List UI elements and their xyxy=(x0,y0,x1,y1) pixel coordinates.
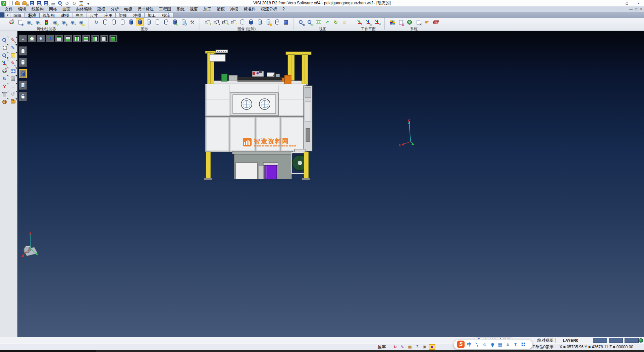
ime-clothes-icon[interactable]: T xyxy=(513,342,518,347)
minimize-button[interactable]: — xyxy=(610,0,621,6)
tab-10[interactable]: 模流 xyxy=(159,13,173,18)
tab-7[interactable]: 塑膜 xyxy=(116,13,130,18)
toolbar-options-icon[interactable]: ▾ xyxy=(85,1,91,6)
filter-traffic-icon[interactable] xyxy=(42,18,50,26)
ime-voice-icon[interactable] xyxy=(490,343,495,346)
attribute-copy-icon[interactable]: ◉ xyxy=(16,18,24,26)
tab-5[interactable]: 尺寸 xyxy=(87,13,101,18)
shade-cube-icon[interactable] xyxy=(9,75,17,82)
fit-view-icon[interactable] xyxy=(28,35,36,42)
hidden-line-mode-icon[interactable] xyxy=(110,18,118,26)
close-button[interactable]: × xyxy=(633,0,644,6)
workplane-face-icon[interactable]: ▭ xyxy=(364,18,372,26)
help-icon[interactable]: ? xyxy=(1,83,8,90)
grid-settings-icon[interactable] xyxy=(432,18,440,26)
save-as-icon[interactable]: ✎ xyxy=(36,1,42,6)
menu-item-10[interactable]: 工程图 xyxy=(156,6,174,12)
shaded-edges-mode-icon[interactable] xyxy=(136,18,144,26)
hide-all-icon[interactable]: ◉▬ xyxy=(77,18,85,26)
view-iso-icon[interactable] xyxy=(109,35,117,42)
ime-punct-icon[interactable]: ’, xyxy=(475,342,479,347)
menu-item-12[interactable]: 视窗 xyxy=(187,6,201,12)
style-wireframe-icon[interactable] xyxy=(19,46,27,55)
hatched-mode-icon[interactable] xyxy=(162,18,170,26)
redraw-visibility-icon[interactable]: ◉↻ xyxy=(51,18,59,26)
translucent-mode-icon[interactable] xyxy=(145,18,153,26)
style-shaded-icon[interactable] xyxy=(19,69,27,78)
zoom-window-icon[interactable] xyxy=(1,36,8,44)
view-top-icon[interactable] xyxy=(55,35,63,42)
attribute-brush-icon[interactable] xyxy=(7,18,15,26)
zoom-one-to-one-icon[interactable] xyxy=(314,18,322,26)
tab-6[interactable]: 应用 xyxy=(101,13,116,18)
shade-recycle-icon[interactable]: ↻ xyxy=(171,18,179,26)
move-triad-icon[interactable] xyxy=(1,59,8,67)
rotate-view-icon[interactable]: ↻ xyxy=(332,18,340,26)
layer-color-swatches[interactable] xyxy=(593,337,640,344)
color-table-icon[interactable] xyxy=(388,18,396,26)
dynamic-view-icon[interactable]: ↗ xyxy=(323,18,331,26)
regen-icon[interactable]: ↻ xyxy=(92,18,100,26)
restore-button[interactable]: □ xyxy=(621,0,633,6)
tab-9[interactable]: 加工 xyxy=(145,13,159,18)
view-bottom-icon[interactable] xyxy=(64,35,72,42)
style-hatched-icon[interactable] xyxy=(19,92,27,101)
lock-toggle[interactable]: 拴牢 xyxy=(378,344,390,350)
layer-swatch-2[interactable] xyxy=(625,338,639,343)
magnet-icon[interactable]: ✎ xyxy=(399,344,406,350)
toggle-visibility-icon[interactable]: ◉± xyxy=(60,18,68,26)
ime-logo-icon[interactable]: S xyxy=(457,341,465,348)
selection-frame-icon[interactable] xyxy=(1,44,8,51)
flat-mode-icon[interactable] xyxy=(153,18,161,26)
undo-icon[interactable]: ↺ xyxy=(64,1,70,6)
view-face-icon[interactable]: ☺ xyxy=(340,18,348,26)
erase-sketch-icon[interactable]: ✎✕ xyxy=(9,36,17,44)
shade-copy-icon[interactable]: ↺ xyxy=(179,18,187,26)
menu-item-11[interactable]: 系统 xyxy=(174,6,187,12)
menu-item-15[interactable]: 冲模 xyxy=(227,6,241,12)
measure-icon[interactable]: ↔ xyxy=(9,83,17,90)
window-grid-icon[interactable] xyxy=(9,67,17,75)
show-entities-icon[interactable]: ◉+ xyxy=(25,18,33,26)
open-part-icon[interactable] xyxy=(9,98,17,105)
layer-swatch-0[interactable] xyxy=(593,338,607,343)
edit-curve-icon[interactable]: ✎ xyxy=(9,44,17,51)
triad-view-icon[interactable] xyxy=(46,35,54,42)
ime-language-icon[interactable]: 中 xyxy=(467,342,472,347)
delete-icon[interactable] xyxy=(1,90,8,98)
open-file-icon[interactable] xyxy=(15,1,21,6)
tab-8[interactable]: 冲模 xyxy=(130,13,145,18)
solids-add-icon[interactable]: + xyxy=(203,18,211,26)
menu-item-0[interactable]: 文件 xyxy=(2,6,15,12)
menu-item-16[interactable]: 标准件 xyxy=(241,6,258,12)
history-icon[interactable]: ↻ xyxy=(392,344,398,350)
render-settings-icon[interactable]: ⚒ xyxy=(188,18,196,26)
shaded-cube-icon[interactable] xyxy=(282,18,290,26)
validate-solid-icon[interactable]: ✓ xyxy=(256,18,264,26)
menu-item-14[interactable]: 塑模 xyxy=(214,6,227,12)
print-icon[interactable] xyxy=(50,1,56,6)
menu-item-7[interactable]: 分析 xyxy=(108,6,121,12)
tab-4[interactable]: 曲面 xyxy=(72,13,87,18)
hide-entities-icon[interactable]: ◉− xyxy=(34,18,42,26)
ime-keyboard-icon[interactable]: ▦ xyxy=(498,342,502,347)
show-all-icon[interactable]: ◉+ xyxy=(68,18,76,26)
solid-info-icon[interactable]: ▮ xyxy=(264,18,272,26)
window-settings-icon[interactable]: ⚒ xyxy=(414,18,422,26)
menu-item-18[interactable]: ? xyxy=(280,6,287,12)
tab-3[interactable]: 建模 xyxy=(58,13,72,18)
zoom-extents-icon[interactable]: ▭ xyxy=(306,18,314,26)
tab-1[interactable]: 标准 xyxy=(25,13,40,18)
menu-item-6[interactable]: 建模 xyxy=(95,6,108,12)
tab-dropdown-icon[interactable]: ▼ xyxy=(5,13,10,18)
layer-swatch-1[interactable] xyxy=(609,338,623,343)
absolute-view-label[interactable]: 绝对视图 xyxy=(537,337,558,344)
view-left-icon[interactable] xyxy=(91,35,99,42)
attribute-table-icon[interactable]: ▦ xyxy=(397,18,405,26)
ime-emoji-icon[interactable]: ☺ xyxy=(482,342,487,347)
view-back-icon[interactable] xyxy=(82,35,90,42)
section-line-icon[interactable] xyxy=(247,18,255,26)
menu-item-2[interactable]: 线架构 xyxy=(29,6,46,12)
selection-hand-icon[interactable]: ☛ xyxy=(423,18,431,26)
wireframe-mode-icon[interactable] xyxy=(101,18,109,26)
